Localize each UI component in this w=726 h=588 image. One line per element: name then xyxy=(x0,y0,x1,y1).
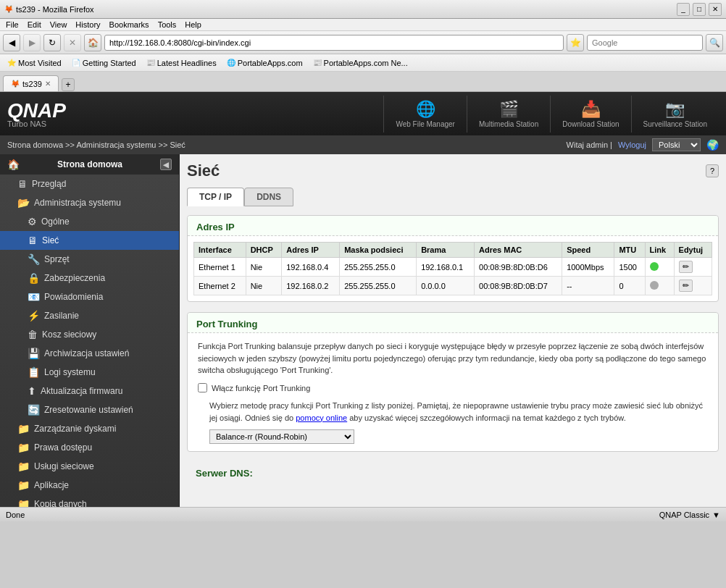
maximize-btn[interactable]: □ xyxy=(693,3,706,16)
search-bar[interactable] xyxy=(587,35,703,51)
menu-view[interactable]: View xyxy=(50,20,67,29)
pt-method-select[interactable]: Balance-rr (Round-Robin) Active Backup B… xyxy=(209,429,354,444)
sidebar-item-label: Archiwizacja ustawień xyxy=(44,348,129,358)
tab-ts239[interactable]: 🦊 ts239 ✕ xyxy=(3,75,59,91)
statusbar-dropdown-icon[interactable]: ▼ xyxy=(712,511,720,519)
qnap-app: QNAP Turbo NAS 🌐 Web File Manager 🎬 Mult… xyxy=(0,92,726,507)
sidebar-item-admin[interactable]: 📂 Administracja systemu xyxy=(0,193,179,212)
sidebar-item-zasil[interactable]: ⚡ Zasilanie xyxy=(0,306,179,325)
sidebar-item-aktual[interactable]: ⬆ Aktualizacja firmwaru xyxy=(0,382,179,400)
logout-link[interactable]: Wyloguj xyxy=(618,140,646,149)
web-file-manager-icon: 🌐 xyxy=(416,100,435,119)
bookmark-portableapps[interactable]: 🌐 PortableApps.com xyxy=(224,58,306,68)
power-icon: ⚡ xyxy=(28,310,40,322)
sidebar-item-prawa[interactable]: 📁 Prawa dostępu xyxy=(0,438,179,457)
sidebar-item-ogolne[interactable]: ⚙ Ogólne xyxy=(0,212,179,231)
sidebar-item-arch[interactable]: 💾 Archiwizacja ustawień xyxy=(0,344,179,363)
sidebar-item-label: Zresetowanie ustawień xyxy=(44,405,133,415)
sidebar: 🏠 Strona domowa ◀ 🖥 Przegląd 📂 Administr… xyxy=(0,154,180,507)
ip-section-title: Adres IP xyxy=(188,216,718,236)
pt-enable-checkbox[interactable] xyxy=(198,383,207,392)
search-button[interactable]: 🔍 xyxy=(706,34,723,51)
breadcrumb: Strona domowa >> Administracja systemu >… xyxy=(7,140,564,149)
trash-icon: 🗑 xyxy=(28,329,38,340)
edit-ethernet1-button[interactable]: ✏ xyxy=(679,261,693,273)
cell-ip-1: 192.168.0.4 xyxy=(282,258,340,277)
sidebar-item-powiad[interactable]: 📧 Powiadomienia xyxy=(0,287,179,306)
browser-toolbar: ◀ ▶ ↻ ✕ 🏠 ⭐ 🔍 xyxy=(0,31,726,54)
qnap-header: QNAP Turbo NAS 🌐 Web File Manager 🎬 Mult… xyxy=(0,92,726,135)
stop-button[interactable]: ✕ xyxy=(64,34,81,51)
sidebar-item-aplik[interactable]: 📁 Aplikacje xyxy=(0,476,179,495)
edit-ethernet2-button[interactable]: ✏ xyxy=(679,280,693,292)
go-button[interactable]: ⭐ xyxy=(567,34,584,51)
menu-edit[interactable]: Edit xyxy=(28,20,41,29)
menu-file[interactable]: File xyxy=(6,20,19,29)
menu-tools[interactable]: Tools xyxy=(158,20,177,29)
close-btn[interactable]: ✕ xyxy=(709,3,722,16)
bookmark-most-visited[interactable]: ⭐ Most Visited xyxy=(4,58,64,68)
nav-multimedia-station-label: Multimedia Station xyxy=(479,120,538,128)
sidebar-item-kosz[interactable]: 🗑 Kosz sieciowy xyxy=(0,325,179,344)
pt-help-link[interactable]: pomocy online xyxy=(296,413,347,422)
sidebar-item-uslugi[interactable]: 📁 Usługi sieciowe xyxy=(0,457,179,476)
sidebar-item-dyski[interactable]: 📁 Zarządzanie dyskami xyxy=(0,419,179,438)
topbar-right: Witaj admin | Wyloguj Polski English 🌍 xyxy=(567,138,719,151)
tab-ddns[interactable]: DDNS xyxy=(244,188,293,206)
sidebar-item-siec[interactable]: 🖥 Sieć xyxy=(0,231,179,250)
sidebar-item-label: Usługi sieciowe xyxy=(34,461,94,471)
bookmark-headlines[interactable]: 📰 Latest Headlines xyxy=(143,58,220,68)
address-bar[interactable] xyxy=(104,35,564,51)
cell-mtu-2: 0 xyxy=(614,277,645,295)
forward-button[interactable]: ▶ xyxy=(23,34,41,51)
cell-interface-2: Ethernet 2 xyxy=(194,277,246,295)
access-icon: 📁 xyxy=(17,442,30,453)
nav-download-station-label: Download Station xyxy=(562,120,619,128)
tab-close-icon[interactable]: ✕ xyxy=(45,80,51,88)
tab-label: ts239 xyxy=(22,80,42,88)
back-button[interactable]: ◀ xyxy=(3,34,20,51)
pt-method-text-after: aby uzyskać więcej szczegółowych informa… xyxy=(347,413,626,422)
content-tabs: TCP / IP DDNS xyxy=(187,188,719,206)
globe-icon: 🌐 xyxy=(227,59,235,67)
network-icon: 🖥 xyxy=(28,235,38,246)
minimize-btn[interactable]: _ xyxy=(677,3,690,16)
lock-icon: 🔒 xyxy=(28,272,40,284)
tab-favicon: 🦊 xyxy=(11,80,20,88)
nav-multimedia-station[interactable]: 🎬 Multimedia Station xyxy=(467,96,550,133)
statusbar-right-text: QNAP Classic xyxy=(659,511,709,519)
menu-help[interactable]: Help xyxy=(185,20,201,29)
sidebar-item-logi[interactable]: 📋 Logi systemu xyxy=(0,363,179,382)
nav-surveillance-station-label: Surveillance Station xyxy=(643,120,707,128)
header-navigation: 🌐 Web File Manager 🎬 Multimedia Station … xyxy=(383,96,719,133)
reload-button[interactable]: ↻ xyxy=(43,34,61,51)
monitor-icon: 🖥 xyxy=(17,178,28,190)
menu-history[interactable]: History xyxy=(75,20,100,29)
bookmark-getting-started[interactable]: 📄 Getting Started xyxy=(69,58,139,68)
bookmark-portableapps2[interactable]: 📰 PortableApps.com Ne... xyxy=(310,58,411,68)
save-icon: 💾 xyxy=(28,348,40,359)
nav-surveillance-station[interactable]: 📷 Surveillance Station xyxy=(631,96,719,133)
cell-interface-1: Ethernet 1 xyxy=(194,258,246,277)
language-select[interactable]: Polski English xyxy=(652,138,701,151)
status-text: Done xyxy=(6,511,25,519)
new-tab-button[interactable]: + xyxy=(62,78,75,91)
sidebar-item-przeglad[interactable]: 🖥 Przegląd xyxy=(0,175,179,193)
home-button[interactable]: 🏠 xyxy=(84,34,101,51)
cell-mac-2: 00:08:9B:8D:0B:D7 xyxy=(475,277,562,295)
bookmark-label: Getting Started xyxy=(83,59,136,67)
sidebar-collapse-button[interactable]: ◀ xyxy=(160,159,172,170)
nav-download-station[interactable]: 📥 Download Station xyxy=(550,96,630,133)
sidebar-item-kopia[interactable]: 📁 Kopia danych xyxy=(0,495,179,507)
tab-tcp-ip[interactable]: TCP / IP xyxy=(187,188,244,206)
menu-bookmarks[interactable]: Bookmarks xyxy=(109,20,149,29)
sidebar-item-label: Sprzęt xyxy=(44,254,70,264)
sidebar-item-sprzet[interactable]: 🔧 Sprzęt xyxy=(0,250,179,269)
nav-web-file-manager[interactable]: 🌐 Web File Manager xyxy=(383,96,467,133)
sidebar-item-reset[interactable]: 🔄 Zresetowanie ustawień xyxy=(0,400,179,419)
sidebar-item-zabezp[interactable]: 🔒 Zabezpieczenia xyxy=(0,269,179,287)
help-button[interactable]: ? xyxy=(706,164,719,177)
sidebar-item-label: Logi systemu xyxy=(44,367,96,377)
cell-speed-1: 1000Mbps xyxy=(562,258,614,277)
sidebar-item-label: Prawa dostępu xyxy=(34,442,92,453)
